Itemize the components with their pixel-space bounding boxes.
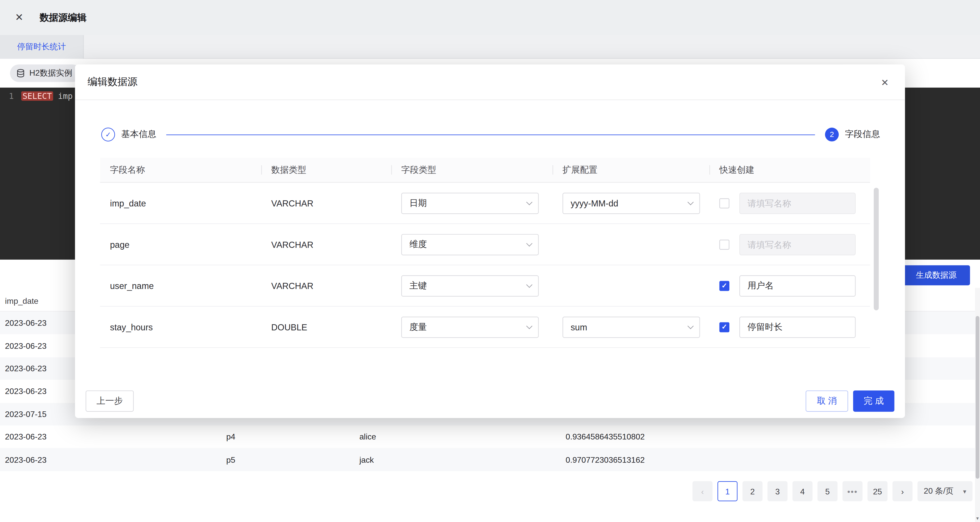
sql-code-text: imp <box>53 91 73 101</box>
pagination-page-2[interactable]: 2 <box>742 481 762 501</box>
table-row[interactable]: 2023-06-23p4alice0.9364586435510802 <box>0 425 975 448</box>
pagination-next-icon[interactable]: › <box>892 481 912 501</box>
step1-label: 基本信息 <box>121 129 156 140</box>
database-icon <box>16 69 25 77</box>
dialog-footer: 上一步 取 消 完 成 <box>86 390 894 412</box>
chevron-down-icon <box>526 199 532 205</box>
pagination-page-5[interactable]: 5 <box>818 481 837 501</box>
field-row-page: page VARCHAR 维度 <box>100 224 870 265</box>
finish-button[interactable]: 完 成 <box>853 390 894 412</box>
pagination-page-4[interactable]: 4 <box>792 481 812 501</box>
field-data-type: DOUBLE <box>261 322 391 332</box>
scroll-down-icon[interactable]: ▾ <box>975 516 980 522</box>
quick-create-checkbox[interactable] <box>719 281 729 291</box>
ext-config-select[interactable]: yyyy-MM-dd <box>563 192 700 214</box>
field-name: page <box>100 239 261 249</box>
cell: 2023-06-23 <box>5 432 47 442</box>
step2-number: 2 <box>825 128 839 142</box>
tab-stay-duration[interactable]: 停留时长统计 <box>0 35 84 59</box>
cell: p4 <box>226 432 235 442</box>
header-ext-config: 扩展配置 <box>552 158 710 182</box>
select-value: sum <box>571 322 587 332</box>
quick-create-name-input[interactable] <box>739 316 856 337</box>
quick-create-name-input[interactable] <box>739 234 856 255</box>
field-table: 字段名称 数据类型 字段类型 扩展配置 快速创建 imp_date VARCHA… <box>100 158 880 348</box>
field-row-user-name: user_name VARCHAR 主键 <box>100 265 870 306</box>
chevron-down-icon <box>526 240 532 247</box>
quick-create-checkbox[interactable] <box>719 239 729 249</box>
field-row-imp-date: imp_date VARCHAR 日期 yyyy-MM-dd <box>100 183 870 224</box>
chevron-down-icon <box>687 323 694 329</box>
table-row[interactable]: 2023-06-23p5jack0.9707723036513162 <box>0 448 975 471</box>
field-data-type: VARCHAR <box>261 239 391 249</box>
sql-keyword: SELECT <box>21 91 53 101</box>
field-type-select[interactable]: 主键 <box>401 275 539 296</box>
dialog-title: 编辑数据源 <box>88 75 138 88</box>
cell: 2023-06-23 <box>5 318 47 328</box>
preview-col-imp-date: imp_date <box>5 296 38 306</box>
pagination: ‹ 1 2 3 4 5 ••• 25 › 20 条/页 ▾ <box>692 481 972 501</box>
chevron-down-icon <box>526 282 532 288</box>
header-data-type: 数据类型 <box>261 158 391 182</box>
dialog-header: 编辑数据源 ✕ <box>75 64 905 100</box>
header-field-name: 字段名称 <box>100 158 261 182</box>
quick-create-checkbox[interactable] <box>719 322 729 332</box>
pagination-prev-icon[interactable]: ‹ <box>692 481 712 501</box>
steps-indicator: ✓ 基本信息 2 字段信息 <box>75 100 905 142</box>
generate-datasource-button[interactable]: 生成数据源 <box>902 265 970 285</box>
field-data-type: VARCHAR <box>261 198 391 208</box>
line-number: 1 <box>0 91 21 101</box>
field-table-header: 字段名称 数据类型 字段类型 扩展配置 快速创建 <box>100 158 870 183</box>
ext-config-select[interactable]: sum <box>563 316 700 337</box>
cell: 2023-06-23 <box>5 341 47 351</box>
select-value: 主键 <box>409 280 427 291</box>
window-close-icon[interactable]: ✕ <box>15 13 24 22</box>
cell: alice <box>360 432 376 442</box>
chevron-down-icon: ▾ <box>963 488 966 495</box>
previous-step-button[interactable]: 上一步 <box>86 390 134 412</box>
cell: 2023-07-15 <box>5 409 47 419</box>
page-scrollbar-thumb[interactable] <box>976 316 980 479</box>
page-size-value: 20 条/页 <box>924 485 954 497</box>
dialog-close-icon[interactable]: ✕ <box>881 77 889 86</box>
quick-create-name-input[interactable] <box>739 275 856 296</box>
field-name: imp_date <box>100 198 261 208</box>
select-value: 维度 <box>409 239 427 250</box>
step1-check-icon: ✓ <box>101 128 115 142</box>
cell: jack <box>360 455 374 464</box>
select-value: yyyy-MM-dd <box>571 198 618 208</box>
tab-bar: 停留时长统计 <box>0 35 980 59</box>
page-size-select[interactable]: 20 条/页 ▾ <box>918 481 973 501</box>
quick-create-name-input[interactable] <box>739 192 856 214</box>
field-type-select[interactable]: 度量 <box>401 316 539 337</box>
page-scrollbar[interactable]: ▾ <box>975 288 980 522</box>
cell: 0.9707723036513162 <box>566 455 645 464</box>
edit-datasource-dialog: 编辑数据源 ✕ ✓ 基本信息 2 字段信息 字段名称 数据类型 字段类型 扩展配… <box>75 64 905 418</box>
screen: ✕ 数据源编辑 停留时长统计 H2数据实例 1 SELECT imp 生成数据源… <box>0 0 980 522</box>
cell: p5 <box>226 455 235 464</box>
cell: 2023-06-23 <box>5 386 47 396</box>
field-table-scrollbar-thumb[interactable] <box>874 188 879 310</box>
field-row-stay-hours: stay_hours DOUBLE 度量 sum <box>100 306 870 348</box>
window-header: ✕ 数据源编辑 <box>0 0 980 35</box>
cancel-button[interactable]: 取 消 <box>806 390 848 412</box>
field-type-select[interactable]: 维度 <box>401 234 539 255</box>
select-value: 日期 <box>409 198 427 209</box>
pagination-page-1[interactable]: 1 <box>718 481 737 501</box>
field-name: stay_hours <box>100 322 261 332</box>
field-name: user_name <box>100 281 261 291</box>
pagination-more-icon[interactable]: ••• <box>842 481 862 501</box>
step2-label: 字段信息 <box>845 129 880 140</box>
db-instance-label: H2数据实例 <box>29 67 72 79</box>
db-instance-pill[interactable]: H2数据实例 <box>10 64 81 82</box>
field-type-select[interactable]: 日期 <box>401 192 539 214</box>
header-field-type: 字段类型 <box>391 158 552 182</box>
quick-create-checkbox[interactable] <box>719 198 729 208</box>
cell: 0.9364586435510802 <box>566 432 645 442</box>
field-data-type: VARCHAR <box>261 281 391 291</box>
steps-connector <box>166 134 815 135</box>
pagination-page-last[interactable]: 25 <box>867 481 887 501</box>
window-title: 数据源编辑 <box>40 11 86 24</box>
select-value: 度量 <box>409 321 427 333</box>
pagination-page-3[interactable]: 3 <box>767 481 788 501</box>
